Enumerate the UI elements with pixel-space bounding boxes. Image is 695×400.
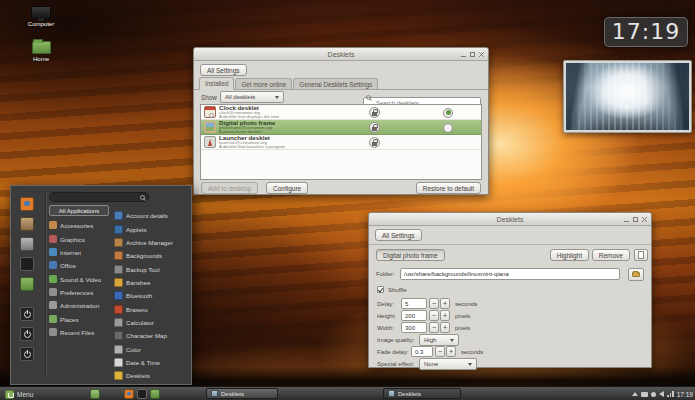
- folder-icon: [632, 272, 640, 277]
- keyboard-layout-icon[interactable]: [641, 392, 648, 397]
- close-icon[interactable]: [642, 217, 647, 222]
- menu-search-input[interactable]: [55, 194, 140, 200]
- logout-button[interactable]: [20, 327, 34, 341]
- configure-button[interactable]: Configure: [266, 182, 308, 194]
- menu-item-applets[interactable]: Applets: [114, 224, 147, 234]
- lock-screen-button[interactable]: [20, 307, 34, 321]
- height-minus-button[interactable]: −: [429, 310, 439, 321]
- category-accessories[interactable]: Accessories: [49, 220, 93, 230]
- minimize-icon[interactable]: [624, 218, 629, 222]
- folder-input[interactable]: [400, 268, 620, 280]
- desktop-icon-computer[interactable]: Computer: [19, 6, 63, 27]
- menu-item-brasero[interactable]: Brasero: [114, 304, 148, 314]
- sidebar-item-files[interactable]: [20, 277, 34, 291]
- width-minus-button[interactable]: −: [429, 322, 439, 333]
- add-to-desktop-button[interactable]: Add to desktop: [201, 182, 258, 194]
- menu-item-backup-tool[interactable]: Backup Tool: [114, 264, 160, 274]
- tab-get-more-online[interactable]: Get more online: [235, 78, 292, 89]
- taskbar-firefox-launcher[interactable]: [124, 389, 134, 399]
- menu-item-character-map[interactable]: Character Map: [114, 330, 167, 340]
- add-instance-button[interactable]: [634, 249, 648, 261]
- menu-item-banshee[interactable]: Banshee: [114, 277, 150, 287]
- menu-item-archive-manager[interactable]: Archive Manager: [114, 237, 173, 247]
- menu-item-date-time[interactable]: Date & Time: [114, 357, 160, 367]
- taskbar-clock[interactable]: 17:19: [677, 391, 693, 398]
- category-places[interactable]: Places: [49, 314, 79, 324]
- tab-general-desklets-settings[interactable]: General Desklets Settings: [293, 78, 378, 89]
- maximize-icon[interactable]: [470, 52, 475, 57]
- remove-button[interactable]: Remove: [592, 249, 630, 261]
- lock-icon[interactable]: [369, 137, 380, 148]
- menu-item-color[interactable]: Color: [114, 344, 141, 354]
- restore-to-default-button[interactable]: Restore to default: [416, 182, 481, 194]
- category-office[interactable]: Office: [49, 260, 76, 270]
- active-radio[interactable]: [443, 123, 453, 133]
- category-graphics[interactable]: Graphics: [49, 234, 85, 244]
- list-item-launcher-desklet[interactable]: Launcher desklet launcher@cinnamon.org A…: [201, 135, 481, 150]
- list-item-clock-desklet[interactable]: Clock desklet clock@cinnamon.org A deskl…: [201, 105, 481, 120]
- taskbar-window-desklets-2[interactable]: Desklets: [383, 388, 461, 399]
- delay-plus-button[interactable]: +: [440, 298, 450, 309]
- menu-item-desklets[interactable]: Desklets: [114, 370, 150, 380]
- height-plus-button[interactable]: +: [440, 310, 450, 321]
- desktop-icon-home[interactable]: Home: [19, 41, 63, 62]
- menu-item-calculator[interactable]: Calculator: [114, 317, 154, 327]
- archive-manager-icon: [114, 238, 123, 247]
- delay-minus-button[interactable]: −: [429, 298, 439, 309]
- maximize-icon[interactable]: [633, 217, 638, 222]
- sidebar-item-software-manager[interactable]: [20, 217, 34, 231]
- active-radio[interactable]: [443, 108, 453, 118]
- image-quality-select[interactable]: High: [419, 334, 459, 346]
- taskbar-files-launcher[interactable]: [150, 389, 160, 399]
- list-item-digital-photo-frame[interactable]: Digital photo frame photoframe@cinnamon.…: [201, 120, 481, 135]
- user-icon[interactable]: [651, 392, 656, 397]
- fade-minus-button[interactable]: −: [435, 346, 445, 357]
- category-internet[interactable]: Internet: [49, 247, 81, 257]
- width-input[interactable]: [401, 322, 427, 333]
- sidebar-item-firefox[interactable]: [20, 197, 34, 211]
- height-input[interactable]: [401, 310, 427, 321]
- all-settings-button[interactable]: All Settings: [375, 229, 422, 241]
- menu-button-label: Menu: [17, 391, 33, 398]
- category-all-applications[interactable]: All Applications: [49, 205, 109, 216]
- menu-item-bluetooth[interactable]: Bluetooth: [114, 290, 152, 300]
- show-desktop-button[interactable]: [90, 389, 100, 399]
- height-unit: pixels: [455, 313, 470, 319]
- category-preferences[interactable]: Preferences: [49, 287, 93, 297]
- tab-installed[interactable]: Installed: [199, 77, 234, 90]
- network-icon[interactable]: [667, 391, 674, 397]
- instance-tab-digital-photo-frame[interactable]: Digital photo frame: [376, 249, 445, 261]
- category-recent-files[interactable]: Recent Files: [49, 327, 94, 337]
- fade-delay-input[interactable]: [411, 346, 433, 357]
- clock-desklet[interactable]: 17:19: [604, 17, 688, 47]
- menu-item-account-details[interactable]: Account details: [114, 210, 168, 220]
- delay-input[interactable]: [401, 298, 427, 309]
- shuffle-checkbox[interactable]: [377, 286, 384, 293]
- show-filter-select[interactable]: All desklets: [220, 91, 284, 103]
- taskbar-window-desklets-1[interactable]: Desklets: [206, 388, 278, 399]
- category-sound-video[interactable]: Sound & Video: [49, 274, 101, 284]
- photo-frame-icon: [204, 121, 216, 133]
- menu-button[interactable]: Menu: [2, 388, 36, 400]
- menu-item-backgrounds[interactable]: Backgrounds: [114, 250, 162, 260]
- category-administration[interactable]: Administration: [49, 300, 99, 310]
- sidebar-item-terminal[interactable]: [20, 257, 34, 271]
- close-icon[interactable]: [479, 52, 484, 57]
- lock-icon[interactable]: [369, 122, 380, 133]
- taskbar-terminal-launcher[interactable]: [137, 389, 147, 399]
- sidebar-item-settings[interactable]: [20, 237, 34, 251]
- browse-folder-button[interactable]: [628, 268, 644, 281]
- titlebar[interactable]: Desklets: [369, 213, 651, 226]
- volume-icon[interactable]: [659, 391, 664, 397]
- lock-icon[interactable]: [369, 107, 380, 118]
- titlebar[interactable]: Desklets: [194, 48, 488, 61]
- special-effect-select[interactable]: None: [419, 358, 477, 370]
- shutdown-button[interactable]: [20, 347, 34, 361]
- all-settings-button[interactable]: All Settings: [200, 64, 247, 76]
- width-plus-button[interactable]: +: [440, 322, 450, 333]
- fade-plus-button[interactable]: +: [446, 346, 456, 357]
- highlight-button[interactable]: Highlight: [550, 249, 589, 261]
- minimize-icon[interactable]: [461, 53, 466, 57]
- tray-expand-icon[interactable]: [632, 392, 638, 396]
- photo-frame-desklet[interactable]: [563, 60, 692, 133]
